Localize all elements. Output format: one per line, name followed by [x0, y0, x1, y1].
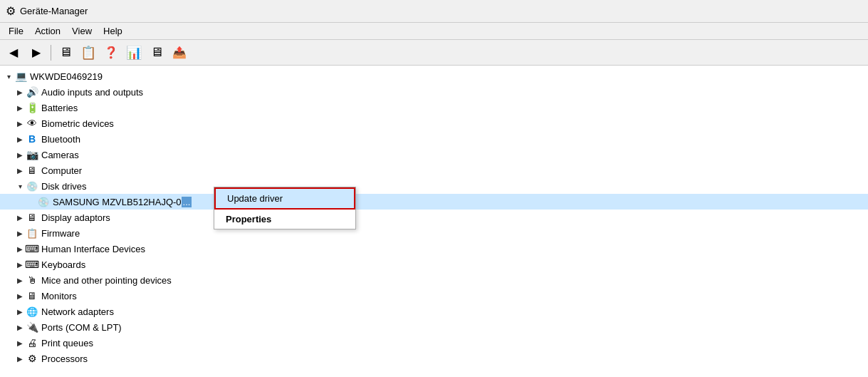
printq-label: Print queues — [41, 338, 93, 348]
app-title: Geräte-Manager — [20, 6, 88, 16]
display-label: Display adaptors — [41, 212, 110, 223]
audio-icon: 🔊 — [26, 86, 38, 98]
samsung-toggle — [26, 196, 37, 207]
network-icon: 🌐 — [26, 305, 38, 318]
keyboards-icon: ⌨ — [26, 258, 38, 271]
menu-action[interactable]: Action — [29, 24, 66, 38]
audio-label: Audio inputs and outputs — [41, 87, 143, 98]
menu-help[interactable]: Help — [98, 24, 128, 38]
printq-icon: 🖨 — [26, 336, 38, 349]
monitors-icon: 🖥 — [26, 289, 38, 302]
biometric-icon: 👁 — [26, 117, 38, 130]
toolbar-back-button[interactable]: ◀ — [3, 43, 24, 63]
tree-item-bluetooth[interactable]: ▶ B Bluetooth — [0, 131, 868, 147]
batteries-label: Batteries — [41, 103, 78, 113]
context-menu-update-driver[interactable]: Update driver — [214, 187, 355, 210]
batteries-toggle[interactable]: ▶ — [14, 102, 26, 113]
tree-item-display[interactable]: ▶ 🖥 Display adaptors — [0, 210, 868, 225]
disk-toggle[interactable]: ▾ — [14, 180, 26, 192]
toolbar-forward-button[interactable]: ▶ — [26, 43, 47, 63]
samsung-icon: 💿 — [37, 195, 50, 208]
network-toggle[interactable]: ▶ — [14, 306, 26, 317]
disk-icon: 💿 — [26, 180, 38, 192]
toolbar-list-button[interactable]: 📋 — [78, 43, 99, 63]
hid-label: Human Interface Devices — [41, 244, 145, 254]
toolbar-display-button[interactable]: 🖥 — [146, 43, 167, 63]
ports-label: Ports (COM & LPT) — [41, 322, 122, 333]
device-tree[interactable]: ▾ 💻 WKWDE0469219 ▶ 🔊 Audio inputs and ou… — [0, 66, 868, 377]
tree-item-audio[interactable]: ▶ 🔊 Audio inputs and outputs — [0, 84, 868, 100]
context-menu-properties[interactable]: Properties — [214, 210, 355, 229]
toolbar-properties-button[interactable]: 📊 — [123, 43, 145, 63]
toolbar-computer-button[interactable]: 🖥 — [55, 43, 76, 63]
tree-item-cameras[interactable]: ▶ 📷 Cameras — [0, 147, 868, 162]
tree-item-samsung[interactable]: 💿 SAMSUNG MZVLB512HAJQ-0... — [0, 194, 868, 210]
toolbar-separator-1 — [51, 45, 51, 61]
tree-item-firmware[interactable]: ▶ 📋 Firmware — [0, 225, 868, 241]
toolbar-export-button[interactable]: 📤 — [169, 43, 190, 63]
computer-label: Computer — [41, 165, 82, 176]
app-icon: ⚙ — [6, 4, 16, 18]
firmware-label: Firmware — [41, 228, 80, 239]
tree-item-monitors[interactable]: ▶ 🖥 Monitors — [0, 288, 868, 304]
ports-icon: 🔌 — [26, 321, 38, 334]
tree-item-biometric[interactable]: ▶ 👁 Biometric devices — [0, 115, 868, 131]
biometric-toggle[interactable]: ▶ — [14, 118, 26, 129]
computer-icon: 🖥 — [26, 164, 38, 177]
root-icon: 💻 — [14, 70, 27, 83]
monitors-toggle[interactable]: ▶ — [14, 290, 26, 301]
audio-toggle[interactable]: ▶ — [14, 86, 26, 98]
tree-item-printq[interactable]: ▶ 🖨 Print queues — [0, 335, 868, 351]
monitors-label: Monitors — [41, 291, 77, 301]
hid-toggle[interactable]: ▶ — [14, 243, 26, 254]
cameras-label: Cameras — [41, 150, 79, 160]
cameras-toggle[interactable]: ▶ — [14, 149, 26, 160]
biometric-label: Biometric devices — [41, 118, 114, 129]
tree-item-network[interactable]: ▶ 🌐 Network adapters — [0, 304, 868, 319]
firmware-toggle[interactable]: ▶ — [14, 227, 26, 239]
processors-label: Processors — [41, 353, 88, 364]
tree-item-processors[interactable]: ▶ ⚙ Processors — [0, 351, 868, 366]
hid-icon: ⌨ — [26, 242, 38, 255]
network-label: Network adapters — [41, 306, 114, 317]
processors-toggle[interactable]: ▶ — [14, 353, 26, 364]
disk-label: Disk drives — [41, 181, 87, 192]
keyboards-toggle[interactable]: ▶ — [14, 259, 26, 270]
mice-toggle[interactable]: ▶ — [14, 274, 26, 286]
bluetooth-icon: B — [26, 133, 38, 145]
tree-item-mice[interactable]: ▶ 🖱 Mice and other pointing devices — [0, 272, 868, 288]
mice-icon: 🖱 — [26, 274, 38, 286]
bluetooth-label: Bluetooth — [41, 134, 80, 145]
samsung-label: SAMSUNG MZVLB512HAJQ-0... — [53, 197, 192, 207]
firmware-icon: 📋 — [26, 227, 38, 239]
menu-view[interactable]: View — [66, 24, 98, 38]
computer-toggle[interactable]: ▶ — [14, 165, 26, 176]
mice-label: Mice and other pointing devices — [41, 275, 172, 286]
bluetooth-toggle[interactable]: ▶ — [14, 133, 26, 145]
context-menu: Update driver Properties — [214, 187, 356, 229]
tree-root[interactable]: ▾ 💻 WKWDE0469219 — [0, 68, 868, 84]
menu-file[interactable]: File — [3, 24, 29, 38]
main-content: ▾ 💻 WKWDE0469219 ▶ 🔊 Audio inputs and ou… — [0, 66, 868, 377]
tree-item-keyboards[interactable]: ▶ ⌨ Keyboards — [0, 257, 868, 272]
root-label: WKWDE0469219 — [30, 71, 103, 82]
tree-item-ports[interactable]: ▶ 🔌 Ports (COM & LPT) — [0, 319, 868, 335]
batteries-icon: 🔋 — [26, 101, 38, 114]
menu-bar: File Action View Help — [0, 23, 868, 40]
tree-item-disk[interactable]: ▾ 💿 Disk drives — [0, 178, 868, 194]
root-toggle[interactable]: ▾ — [3, 71, 14, 82]
cameras-icon: 📷 — [26, 148, 38, 161]
display-icon: 🖥 — [26, 211, 38, 224]
ports-toggle[interactable]: ▶ — [14, 321, 26, 333]
processors-icon: ⚙ — [26, 352, 38, 365]
toolbar: ◀ ▶ 🖥 📋 ❓ 📊 🖥 📤 — [0, 40, 868, 66]
display-toggle[interactable]: ▶ — [14, 212, 26, 223]
tree-item-computer[interactable]: ▶ 🖥 Computer — [0, 162, 868, 178]
title-bar: ⚙ Geräte-Manager — [0, 0, 868, 23]
toolbar-help-button[interactable]: ❓ — [100, 43, 122, 63]
tree-item-hid[interactable]: ▶ ⌨ Human Interface Devices — [0, 241, 868, 257]
keyboards-label: Keyboards — [41, 259, 85, 270]
printq-toggle[interactable]: ▶ — [14, 337, 26, 348]
tree-item-batteries[interactable]: ▶ 🔋 Batteries — [0, 100, 868, 115]
